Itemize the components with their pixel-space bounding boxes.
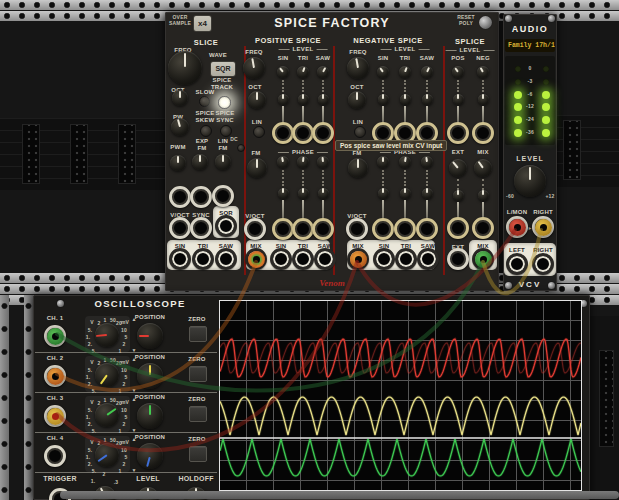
ch2-zero-button[interactable] [189, 366, 207, 382]
splice-level-pos-cv-knob[interactable] [453, 94, 464, 105]
positive-out-tri-jack[interactable] [292, 248, 314, 270]
positive-phase-1-cv-knob[interactable] [298, 188, 309, 199]
positive-phase-0-cv-jack[interactable] [272, 218, 294, 240]
splice-ext-out-jack[interactable] [447, 248, 469, 270]
negative-phase-2-level-knob[interactable] [421, 156, 433, 168]
negative-level-saw-cv-knob[interactable] [422, 94, 433, 105]
negative-level-tri-level-knob[interactable] [399, 66, 411, 78]
audio-device-display[interactable]: Family 17h/1 [505, 39, 555, 52]
spice-track-light[interactable] [218, 96, 231, 109]
ch4-position-knob[interactable] [137, 443, 163, 469]
splice-cv-jack-1[interactable] [472, 217, 494, 239]
negative-phase-1-level-knob[interactable] [399, 156, 411, 168]
positive-freq-knob[interactable] [243, 57, 265, 79]
ch1-position-knob[interactable] [137, 323, 163, 349]
splice-level-neg-level-knob[interactable] [477, 66, 489, 78]
positive-level-sin-level-knob[interactable] [277, 66, 289, 78]
negative-mix-plug[interactable] [350, 251, 367, 268]
positive-level-tri-cv-knob[interactable] [298, 94, 309, 105]
ch4-position-up-arrow[interactable]: ▲ [131, 437, 136, 443]
ch1-input-plug[interactable] [47, 328, 64, 345]
positive-phase-2-cv-knob[interactable] [318, 188, 329, 199]
negative-freq-knob[interactable] [347, 57, 369, 79]
splice-cv-knob-1[interactable] [478, 190, 489, 201]
splice-level-pos-level-knob[interactable] [452, 66, 464, 78]
negative-phase-2-cv-jack[interactable] [416, 218, 438, 240]
slice-sqr-out-jack[interactable] [215, 215, 237, 237]
positive-level-saw-cv-jack[interactable] [312, 122, 334, 144]
slice-voct-jack[interactable] [169, 217, 191, 239]
positive-phase-2-level-knob[interactable] [317, 156, 329, 168]
slice-out-sin-jack[interactable] [169, 248, 191, 270]
dc-light[interactable] [237, 144, 245, 152]
ch1-position-up-arrow[interactable]: ▲ [131, 317, 136, 323]
spice-skew-light[interactable] [200, 125, 212, 137]
positive-level-tri-cv-jack[interactable] [292, 122, 314, 144]
negative-out-tri-jack[interactable] [395, 248, 417, 270]
ch3-position-knob[interactable] [137, 403, 163, 429]
negative-phase-2-cv-knob[interactable] [422, 188, 433, 199]
slice-oct-knob[interactable] [172, 90, 188, 106]
ch3-position-up-arrow[interactable]: ▲ [131, 397, 136, 403]
ch1-zero-button[interactable] [189, 326, 207, 342]
negative-oct-knob[interactable] [348, 91, 366, 109]
ch2-position-knob[interactable] [137, 363, 163, 389]
positive-out-saw-jack[interactable] [314, 248, 336, 270]
splice-level-neg-cv-jack[interactable] [472, 122, 494, 144]
negative-phase-1-cv-jack[interactable] [394, 218, 416, 240]
positive-voct-jack[interactable] [244, 218, 266, 240]
slice-linfm-knob[interactable] [215, 154, 231, 170]
positive-phase-0-cv-knob[interactable] [278, 188, 289, 199]
positive-phase-0-level-knob[interactable] [277, 156, 289, 168]
ch3-zero-button[interactable] [189, 406, 207, 422]
slice-pw-knob[interactable] [171, 118, 189, 136]
negative-level-sin-cv-knob[interactable] [378, 94, 389, 105]
audio-output-right-jack[interactable] [532, 253, 554, 275]
negative-level-tri-cv-knob[interactable] [400, 94, 411, 105]
splice-ext-knob[interactable] [449, 159, 467, 177]
negative-out-sin-jack[interactable] [373, 248, 395, 270]
positive-level-tri-level-knob[interactable] [297, 66, 309, 78]
audio-level-knob[interactable] [514, 165, 546, 197]
positive-fm-knob[interactable] [247, 158, 267, 178]
positive-phase-1-cv-jack[interactable] [292, 218, 314, 240]
positive-level-sin-cv-knob[interactable] [278, 94, 289, 105]
positive-mix-plug[interactable] [248, 251, 265, 268]
negative-lin-light[interactable] [354, 126, 366, 138]
horizontal-scrollbar[interactable] [60, 491, 619, 499]
positive-level-saw-level-knob[interactable] [317, 66, 329, 78]
ch2-input-plug[interactable] [47, 368, 64, 385]
splice-level-neg-cv-knob[interactable] [478, 94, 489, 105]
negative-phase-0-cv-knob[interactable] [378, 188, 389, 199]
slice-sync-jack[interactable] [190, 217, 212, 239]
slice-pwm-jack[interactable] [169, 186, 191, 208]
splice-cv-knob-0[interactable] [453, 190, 464, 201]
ch4-position-down-arrow[interactable]: ▼ [131, 468, 136, 474]
audio-input-right-plug[interactable] [535, 219, 552, 236]
slow-light[interactable] [199, 96, 210, 107]
slice-pwm-knob[interactable] [170, 155, 186, 171]
negative-level-sin-level-knob[interactable] [377, 66, 389, 78]
slice-expfm-knob[interactable] [192, 154, 208, 170]
positive-level-sin-cv-jack[interactable] [272, 122, 294, 144]
slice-wave-button[interactable]: SQR [210, 61, 236, 77]
splice-level-pos-cv-jack[interactable] [447, 122, 469, 144]
ch4-zero-button[interactable] [189, 446, 207, 462]
positive-phase-2-cv-jack[interactable] [312, 218, 334, 240]
reset-poly-button[interactable] [479, 16, 492, 29]
positive-lin-light[interactable] [253, 126, 265, 138]
positive-phase-1-level-knob[interactable] [297, 156, 309, 168]
negative-phase-0-cv-jack[interactable] [372, 218, 394, 240]
positive-level-saw-cv-knob[interactable] [318, 94, 329, 105]
slice-out-saw-jack[interactable] [215, 248, 237, 270]
ch2-position-up-arrow[interactable]: ▲ [131, 357, 136, 363]
negative-phase-0-level-knob[interactable] [377, 156, 389, 168]
slice-expfm-jack[interactable] [190, 186, 212, 208]
negative-voct-jack[interactable] [346, 218, 368, 240]
slice-freq-knob[interactable] [168, 51, 202, 85]
ch3-input-plug[interactable] [47, 408, 64, 425]
slice-out-tri-jack[interactable] [192, 248, 214, 270]
negative-out-saw-jack[interactable] [417, 248, 439, 270]
audio-output-left-jack[interactable] [506, 253, 528, 275]
slice-linfm-jack[interactable] [212, 185, 234, 207]
